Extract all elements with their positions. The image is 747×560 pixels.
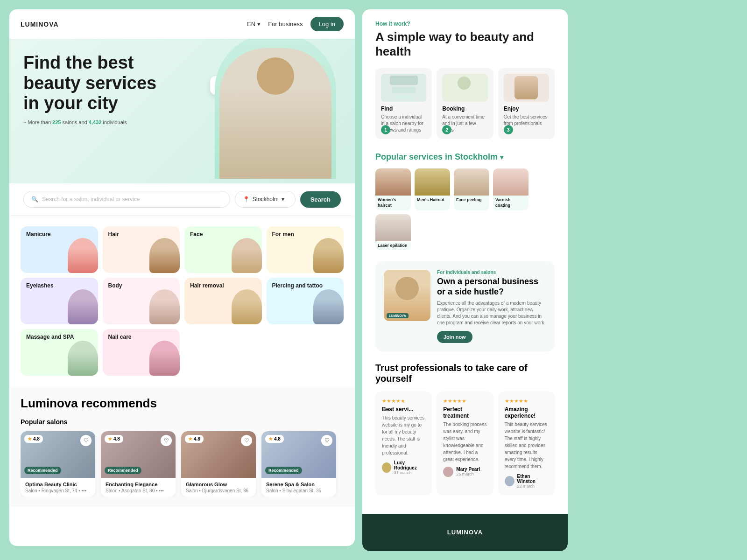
lang-selector[interactable]: EN ▾	[247, 21, 261, 28]
service-face-peeling[interactable]: Face peeling	[454, 168, 489, 210]
reviews-grid: ★★★★★ Best servi... This beauty services…	[375, 392, 555, 495]
category-body[interactable]: Body B	[103, 278, 180, 324]
services-grid: Women's haircut Men's Haircut Face peeli…	[375, 168, 555, 250]
biz-image: LUMINOVA	[384, 270, 430, 321]
category-eyelashes[interactable]: Eyelashes E	[21, 278, 98, 324]
service-varnish-coating[interactable]: Varnish coating	[493, 168, 529, 210]
search-button[interactable]: Search	[300, 191, 341, 208]
search-icon: 🔍	[31, 196, 38, 203]
location-icon: 📍	[243, 196, 250, 203]
service-womens-haircut[interactable]: Women's haircut	[375, 168, 411, 210]
step-find: Find Choose a individual in a salon near…	[375, 68, 432, 139]
category-face[interactable]: Face F	[184, 226, 262, 273]
search-input[interactable]: 🔍 Search for a salon, individual or serv…	[23, 191, 230, 208]
for-business-link[interactable]: For business	[268, 21, 303, 28]
salon-card-3[interactable]: ★ 4.8 ♡ Glamorous Glow Salon • Djurgards…	[181, 431, 256, 497]
step-enjoy: Enjoy Get the best services from profess…	[498, 68, 555, 139]
hero-person	[219, 48, 331, 179]
how-label: How it work?	[375, 21, 555, 27]
step-booking: Booking At a convenient time and in just…	[437, 68, 493, 139]
category-formen[interactable]: For men F	[267, 226, 344, 273]
service-laser-epilation[interactable]: Laser epilation	[375, 214, 411, 251]
category-hair[interactable]: Hair H	[103, 226, 180, 273]
salons-label: Popular salons	[21, 418, 344, 426]
popular-services-section: Popular services in Stockholm ▾ Women's …	[375, 152, 555, 250]
search-bar: 🔍 Search for a salon, individual or serv…	[9, 183, 355, 215]
location-selector[interactable]: 📍 Stockholm ▾	[235, 191, 296, 208]
review-2: ★★★★★ Perfect treatment The booking proc…	[437, 392, 493, 495]
category-massage[interactable]: Massage and SPA M	[21, 329, 98, 376]
how-it-works-section: How it work? A simple way to beauty and …	[362, 9, 568, 506]
nav: EN ▾ For business Log in	[247, 17, 344, 31]
recommends-title: Luminova recommends	[21, 396, 344, 411]
login-button[interactable]: Log in	[310, 17, 344, 31]
hero-title: Find the best beauty services in your ci…	[23, 53, 163, 114]
salon-card-4[interactable]: ★ 4.8 ♡ Recommended Serene Spa & Salon S…	[261, 431, 336, 497]
category-nailcare[interactable]: Nail care N	[103, 329, 180, 376]
left-header: LUMINOVA EN ▾ For business Log in	[9, 9, 355, 39]
join-now-button[interactable]: Join now	[437, 331, 472, 343]
category-hairremoval[interactable]: Hair removal H	[184, 278, 262, 324]
salon-card-1[interactable]: ★ 4.8 ♡ Recommended Optima Beauty Clinic…	[21, 431, 95, 497]
categories-grid: Manicure M Hair H Face F For men F Eyela	[21, 226, 344, 376]
review-1: ★★★★★ Best servi... This beauty services…	[375, 392, 432, 495]
steps: Find Choose a individual in a salon near…	[375, 68, 555, 139]
business-cta: LUMINOVA For individuals and salons Own …	[375, 261, 555, 351]
logo: LUMINOVA	[21, 21, 59, 28]
recommends-section: Luminova recommends Popular salons ★ 4.8…	[9, 387, 355, 506]
hero-image	[215, 39, 336, 179]
right-panel: How it work? A simple way to beauty and …	[362, 9, 568, 551]
hero-section: Find the best beauty services in your ci…	[9, 39, 355, 183]
category-manicure[interactable]: Manicure M	[21, 226, 98, 273]
popular-services-title: Popular services in Stockholm ▾	[375, 152, 555, 162]
how-title: A simple way to beauty and health	[375, 30, 555, 59]
service-mens-haircut[interactable]: Men's Haircut	[415, 168, 450, 210]
categories-section: Manicure M Hair H Face F For men F Eyela	[9, 215, 355, 387]
left-panel: LUMINOVA EN ▾ For business Log in Find t…	[9, 9, 355, 546]
salon-card-2[interactable]: ★ 4.8 ♡ Recommended Enchanting Elegance …	[101, 431, 176, 497]
review-3: ★★★★★ Amazing experience! This beauty se…	[498, 392, 555, 495]
category-piercing[interactable]: Piercing and tattoo P	[267, 278, 344, 324]
trust-section: Trust professionals to take care of your…	[375, 363, 555, 495]
dark-footer: LUMINOVA	[362, 514, 568, 551]
salon-cards: ★ 4.8 ♡ Recommended Optima Beauty Clinic…	[21, 431, 344, 497]
